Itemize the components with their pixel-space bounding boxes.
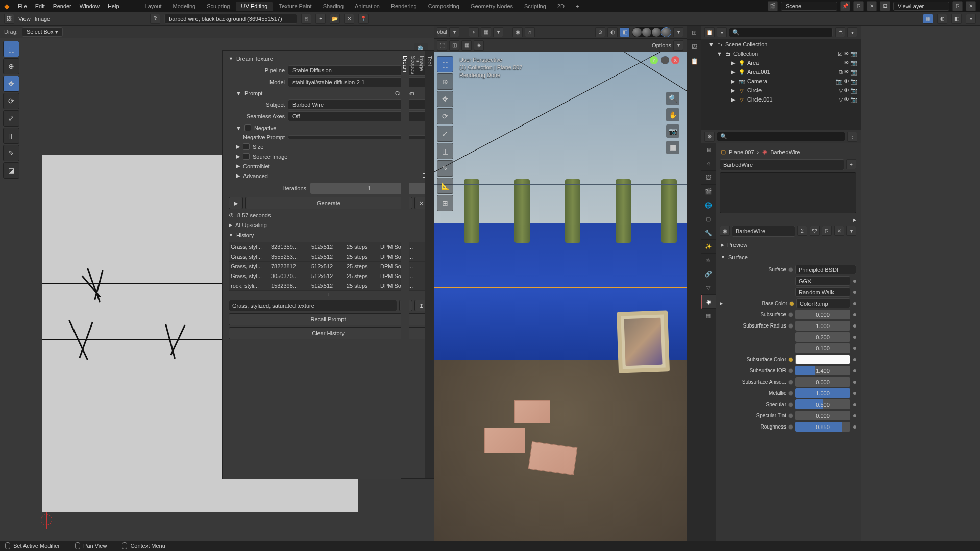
- ws-sculpting[interactable]: Sculpting: [202, 2, 235, 11]
- source-checkbox[interactable]: [243, 153, 250, 160]
- history-row[interactable]: Grass, styl...78223812512x51225 stepsDPM…: [229, 262, 428, 271]
- ptab-material[interactable]: ◉: [701, 295, 716, 309]
- image-canvas[interactable]: ⬚ ⊕ ✥ ⟳ ⤢ ◫ ✎ ◪ 🔍 ✋: [0, 38, 434, 541]
- roughness-slider[interactable]: 0.850: [795, 422, 850, 432]
- image-name-field[interactable]: barbed wire, black background (369455151…: [164, 14, 297, 24]
- metallic-slider[interactable]: 1.000: [795, 388, 850, 398]
- menu-edit[interactable]: Edit: [35, 3, 45, 9]
- global-dropdown[interactable]: obal: [437, 27, 447, 37]
- subsurface-socket[interactable]: [788, 312, 793, 317]
- ptab-object[interactable]: ▢: [701, 212, 716, 226]
- ptab-physics[interactable]: ⚛: [701, 254, 716, 267]
- mat-users[interactable]: 2: [797, 226, 807, 236]
- vp-dd-icon[interactable]: ▾: [449, 27, 459, 37]
- ws-2d[interactable]: 2D: [552, 2, 570, 11]
- clear-history-button[interactable]: Clear History: [229, 327, 428, 339]
- tool-move[interactable]: ✥: [3, 76, 19, 92]
- surface-header[interactable]: ▼Surface: [720, 251, 856, 263]
- image-browse-icon[interactable]: 🖻: [150, 14, 160, 24]
- ssr-slider-2[interactable]: 0.200: [795, 332, 850, 342]
- tool-sample[interactable]: ◪: [3, 162, 19, 179]
- image-unlink-icon[interactable]: ✕: [344, 14, 354, 24]
- dropdown-icon[interactable]: ▾: [966, 14, 976, 24]
- tree-collection[interactable]: ▼ 🗀 Collection ☑👁📷: [703, 49, 859, 58]
- vp-tool-measure[interactable]: 📐: [437, 178, 453, 194]
- ws-animation[interactable]: Animation: [350, 2, 385, 11]
- options-dd-icon[interactable]: ▾: [673, 40, 683, 51]
- tree-item-circle001[interactable]: ▶▽Circle.001▽👁📷: [703, 95, 859, 104]
- rtab-2[interactable]: 🖼: [687, 40, 701, 54]
- current-prompt-field[interactable]: Grass, stylized, saturated texture: [229, 300, 397, 311]
- controlnet-header[interactable]: ControlNet: [243, 163, 270, 169]
- ssaniso-socket[interactable]: [788, 380, 793, 385]
- vp-persp-icon[interactable]: ▦: [666, 141, 679, 154]
- tree-item-camera[interactable]: ▶📷Camera📷👁📷: [703, 77, 859, 86]
- vp-sel-icon[interactable]: ⬚: [437, 40, 447, 51]
- vp-tool-annotate[interactable]: ✎: [437, 160, 453, 177]
- options-button[interactable]: Options: [652, 42, 671, 48]
- scene-delete-icon[interactable]: ✕: [867, 1, 877, 11]
- outliner-display-icon[interactable]: ▾: [717, 27, 727, 37]
- tree-item-circle[interactable]: ▶▽Circle▽👁📷: [703, 86, 859, 95]
- ssc-color[interactable]: [795, 355, 850, 364]
- ws-layout[interactable]: Layout: [140, 2, 167, 11]
- tool-rotate[interactable]: ⟳: [3, 93, 19, 109]
- vp-sel3-icon[interactable]: ▦: [461, 40, 472, 51]
- tool-cursor[interactable]: ⊕: [3, 58, 19, 74]
- ptab-constraint[interactable]: 🔗: [701, 267, 716, 281]
- ws-shading[interactable]: Shading: [318, 2, 349, 11]
- base-color-socket[interactable]: [789, 301, 794, 306]
- vp-tool-select[interactable]: ⬚: [437, 56, 453, 72]
- mat-add-icon[interactable]: +: [846, 159, 856, 169]
- outliner-search[interactable]: 🔍: [729, 28, 833, 37]
- source-header[interactable]: Source Image: [253, 154, 287, 160]
- uv-sync-icon[interactable]: ▦: [923, 14, 933, 24]
- material-slot-name[interactable]: BarbedWire: [720, 159, 844, 170]
- nav-gizmo[interactable]: Z Y X: [650, 56, 680, 87]
- history-header[interactable]: ▼History: [229, 230, 428, 240]
- vp-tool-add[interactable]: ⊞: [437, 195, 453, 211]
- play-button[interactable]: ▶: [229, 197, 243, 209]
- generate-button[interactable]: Generate: [245, 197, 412, 209]
- viewlayer-delete-icon[interactable]: ✕: [966, 1, 976, 11]
- ptab-data[interactable]: ▽: [701, 281, 716, 295]
- preview-header[interactable]: ▶Preview: [720, 239, 856, 251]
- tool-transform[interactable]: ◫: [3, 128, 19, 144]
- ssior-slider[interactable]: 1.400: [795, 366, 850, 375]
- vp-tool-rotate[interactable]: ⟳: [437, 108, 453, 124]
- vp-camera-icon[interactable]: 📷: [666, 124, 679, 138]
- viewlayer-icon[interactable]: 🖼: [880, 1, 890, 11]
- ws-rendering[interactable]: Rendering: [386, 2, 422, 11]
- spectint-socket[interactable]: [788, 413, 793, 418]
- 2d-cursor[interactable]: [41, 514, 52, 525]
- prompt-header[interactable]: Prompt: [244, 90, 262, 96]
- ptab-render[interactable]: 🖥: [701, 143, 716, 157]
- select-mode-dropdown[interactable]: Select Box ▾: [22, 27, 63, 37]
- ws-scripting[interactable]: Scripting: [519, 2, 551, 11]
- ws-geometry-nodes[interactable]: Geometry Nodes: [465, 2, 518, 11]
- vp-tool-move[interactable]: ✥: [437, 91, 453, 107]
- display-channels-icon[interactable]: ◐: [937, 14, 947, 24]
- outliner-filter-icon[interactable]: ⚗: [835, 27, 845, 37]
- ws-texture-paint[interactable]: Texture Paint: [274, 2, 316, 11]
- advanced-header[interactable]: Advanced: [243, 173, 268, 179]
- overlay-icon[interactable]: ◧: [951, 14, 962, 24]
- metallic-socket[interactable]: [788, 391, 793, 396]
- ssior-socket[interactable]: [788, 368, 793, 373]
- download-icon[interactable]: ⤓: [412, 55, 423, 65]
- outliner-new-coll-icon[interactable]: ▾: [847, 27, 857, 37]
- ws-add[interactable]: +: [571, 2, 584, 11]
- ws-uv-editing[interactable]: UV Editing: [236, 2, 273, 11]
- tree-scene-collection[interactable]: ▼ 🗀 Scene Collection: [703, 40, 859, 49]
- menu-window[interactable]: Window: [80, 3, 100, 9]
- shading-matprev[interactable]: [652, 28, 661, 37]
- base-color-value[interactable]: ColorRamp: [796, 298, 850, 308]
- prop-type-icon[interactable]: ⚙: [704, 132, 715, 142]
- size-checkbox[interactable]: [243, 143, 250, 150]
- scene-name-field[interactable]: Scene: [781, 2, 837, 11]
- history-row[interactable]: Grass, styl...3555253...512x51225 stepsD…: [229, 252, 428, 262]
- ssr-socket[interactable]: [788, 323, 793, 329]
- image-users-icon[interactable]: ⎘: [301, 14, 311, 24]
- 3d-viewport[interactable]: obal ▾ ⌖ ▦ ▾ ◉ ∩ ⊙ ◐ ◧ ▾ ⬚ ◫ ▦ ◈: [434, 26, 687, 541]
- prop-opts-icon[interactable]: ⋮: [847, 132, 857, 142]
